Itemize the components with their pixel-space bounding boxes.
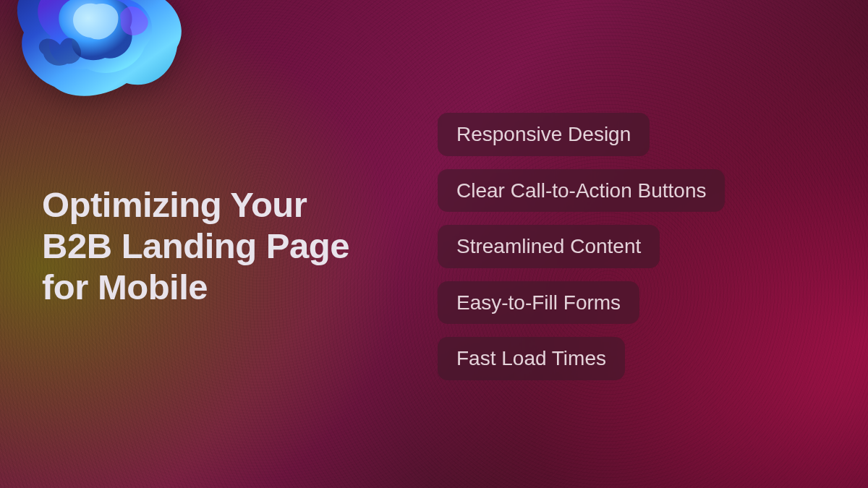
feature-pill: Streamlined Content: [438, 225, 660, 268]
feature-pill: Clear Call-to-Action Buttons: [438, 169, 725, 213]
feature-pill: Fast Load Times: [438, 337, 625, 380]
abstract-decorative-shape: [4, 0, 199, 130]
feature-pill-list: Responsive Design Clear Call-to-Action B…: [438, 113, 725, 380]
page-title: Optimizing YourB2B Landing Pagefor Mobil…: [42, 184, 349, 307]
feature-pill: Easy-to-Fill Forms: [438, 281, 639, 325]
feature-pill: Responsive Design: [438, 113, 650, 156]
title-text: Optimizing YourB2B Landing Pagefor Mobil…: [42, 185, 349, 307]
